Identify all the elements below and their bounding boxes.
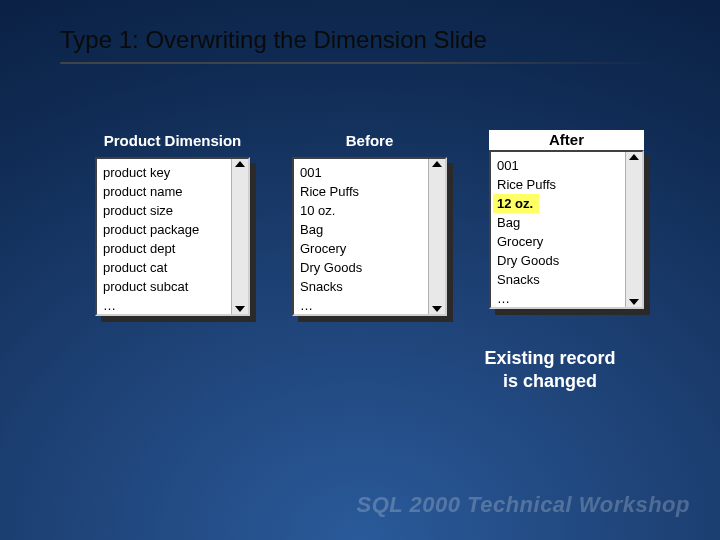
list-item: Snacks bbox=[497, 270, 619, 289]
column-header-after: After bbox=[489, 130, 644, 150]
list-item: … bbox=[497, 289, 619, 307]
list-item: product cat bbox=[103, 258, 225, 277]
listbox-content: 001 Rice Puffs 10 oz. Bag Grocery Dry Go… bbox=[294, 159, 428, 314]
scrollbar[interactable] bbox=[625, 152, 642, 307]
list-item: 10 oz. bbox=[300, 201, 422, 220]
scrollbar[interactable] bbox=[428, 159, 445, 314]
listbox-before-wrap: 001 Rice Puffs 10 oz. Bag Grocery Dry Go… bbox=[292, 157, 447, 316]
column-before: Before 001 Rice Puffs 10 oz. Bag Grocery… bbox=[292, 130, 447, 316]
title-underline bbox=[60, 62, 660, 64]
list-item: … bbox=[103, 296, 225, 314]
list-item: … bbox=[300, 296, 422, 314]
scroll-up-icon[interactable] bbox=[432, 161, 442, 167]
column-header-dimension: Product Dimension bbox=[104, 130, 242, 150]
list-item: product package bbox=[103, 220, 225, 239]
list-item: 001 bbox=[300, 163, 422, 182]
column-product-dimension: Product Dimension product key product na… bbox=[95, 130, 250, 316]
list-item: product key bbox=[103, 163, 225, 182]
list-item: Dry Goods bbox=[497, 251, 619, 270]
list-item: Rice Puffs bbox=[497, 175, 619, 194]
listbox-after-wrap: 001 Rice Puffs 12 oz. Bag Grocery Dry Go… bbox=[489, 150, 644, 309]
scroll-down-icon[interactable] bbox=[432, 306, 442, 312]
list-item: Dry Goods bbox=[300, 258, 422, 277]
listbox-before[interactable]: 001 Rice Puffs 10 oz. Bag Grocery Dry Go… bbox=[292, 157, 447, 316]
scroll-down-icon[interactable] bbox=[629, 299, 639, 305]
list-item: Bag bbox=[300, 220, 422, 239]
caption-line1: Existing record bbox=[484, 348, 615, 368]
caption-text: Existing record is changed bbox=[460, 347, 640, 392]
list-item: product subcat bbox=[103, 277, 225, 296]
footer-branding: SQL 2000 Technical Workshop bbox=[357, 492, 690, 518]
list-item-changed: 12 oz. bbox=[493, 194, 539, 213]
list-item: Grocery bbox=[497, 232, 619, 251]
list-item: Bag bbox=[497, 213, 619, 232]
scroll-up-icon[interactable] bbox=[235, 161, 245, 167]
columns-container: Product Dimension product key product na… bbox=[95, 130, 644, 316]
scroll-down-icon[interactable] bbox=[235, 306, 245, 312]
list-item: Rice Puffs bbox=[300, 182, 422, 201]
scrollbar[interactable] bbox=[231, 159, 248, 314]
listbox-dimension[interactable]: product key product name product size pr… bbox=[95, 157, 250, 316]
list-item: product name bbox=[103, 182, 225, 201]
column-after: After 001 Rice Puffs 12 oz. Bag Grocery … bbox=[489, 130, 644, 316]
list-item: product dept bbox=[103, 239, 225, 258]
scroll-up-icon[interactable] bbox=[629, 154, 639, 160]
listbox-after[interactable]: 001 Rice Puffs 12 oz. Bag Grocery Dry Go… bbox=[489, 150, 644, 309]
caption-line2: is changed bbox=[503, 371, 597, 391]
listbox-content: 001 Rice Puffs 12 oz. Bag Grocery Dry Go… bbox=[491, 152, 625, 307]
column-header-before: Before bbox=[346, 130, 394, 150]
list-item: 001 bbox=[497, 156, 619, 175]
list-item: Grocery bbox=[300, 239, 422, 258]
list-item: Snacks bbox=[300, 277, 422, 296]
listbox-content: product key product name product size pr… bbox=[97, 159, 231, 314]
slide-title: Type 1: Overwriting the Dimension Slide bbox=[60, 26, 487, 54]
list-item: product size bbox=[103, 201, 225, 220]
listbox-dimension-wrap: product key product name product size pr… bbox=[95, 157, 250, 316]
